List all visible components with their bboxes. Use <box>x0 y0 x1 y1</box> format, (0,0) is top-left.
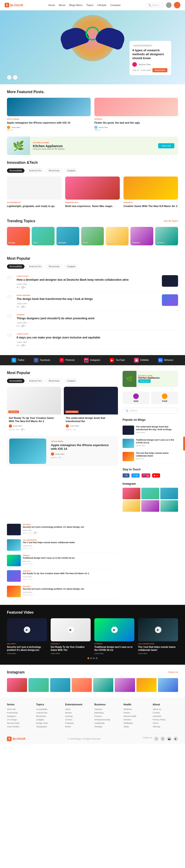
nav-about[interactable]: About <box>59 4 65 6</box>
footer-link-h3[interactable]: Nutrition <box>123 718 149 721</box>
social-behance[interactable]: Be Behance <box>158 358 173 363</box>
insta-item-6[interactable] <box>136 678 157 692</box>
profile-avatar[interactable] <box>174 2 180 8</box>
insta-item-3[interactable] <box>72 678 92 692</box>
filter-tab-0[interactable]: Accessibility <box>7 168 25 173</box>
sidebar-list-item-2[interactable]: OPINION Traditional design won't save us… <box>7 553 118 568</box>
footer-social-ig[interactable]: 📷 <box>167 737 172 741</box>
sidebar-insta-0[interactable] <box>123 488 141 499</box>
hero-next-button[interactable]: › <box>13 75 18 80</box>
footer-link-t4[interactable]: Design Tools <box>36 722 62 724</box>
play-button-1[interactable]: ▶ <box>67 626 74 633</box>
comment-icon[interactable]: 💬 0 <box>22 344 26 346</box>
featured-card-1[interactable]: OPINION Flutter the good, the bad and th… <box>94 98 178 131</box>
footer-link-e4[interactable]: Podcasts <box>65 722 91 724</box>
footer-link-a5[interactable]: Sitemap <box>153 725 178 728</box>
footer-link-s2[interactable]: Designers <box>7 715 32 717</box>
trending-item-3[interactable]: Food <box>81 227 104 245</box>
site-logo[interactable]: B BLOGAR <box>5 3 23 7</box>
footer-link-a4[interactable]: Terms <box>153 722 178 724</box>
like-icon[interactable]: ♥ 0 <box>17 344 20 346</box>
footer-link-s5[interactable]: Case Studies <box>7 725 32 728</box>
footer-link-a1[interactable]: Contact <box>153 712 178 714</box>
footer-link-s0[interactable]: Work Life <box>7 708 32 710</box>
sidebar-insta-5[interactable] <box>160 500 178 512</box>
video-card-0[interactable]: ▶ SECURITY Security isn't just a technol… <box>7 618 47 654</box>
footer-link-t3[interactable]: Gadgets <box>36 718 62 721</box>
user-avatar[interactable] <box>166 2 172 8</box>
sidebar-search[interactable]: 🔍 Search... <box>123 408 178 413</box>
footer-link-b0[interactable]: Startups <box>94 708 120 710</box>
footer-link-a3[interactable]: Privacy Policy <box>153 718 178 721</box>
mp2-tab-0[interactable]: Accessibility <box>7 379 25 383</box>
featured-card-0[interactable]: APPLE NEWS Apple reimagines the iPhone e… <box>7 98 91 131</box>
like-icon[interactable]: ♥ 0 <box>17 325 20 327</box>
social-youtube[interactable]: ▶ YouTube <box>110 358 125 363</box>
sidebar-list-item-4[interactable]: SECURITY Security isn't just a technolog… <box>7 584 118 599</box>
sidebar-list-item-1[interactable]: COLLABORATION The 1 tool that helps remo… <box>7 537 118 553</box>
video-dot-3[interactable] <box>96 657 98 659</box>
sidebar-list-item-0[interactable]: SECURITY Security isn't just a technolog… <box>7 522 118 537</box>
insta-item-5[interactable] <box>115 678 135 692</box>
innov-card-0[interactable]: ACCESSIBILITY Lightweight, grippable, an… <box>7 177 62 208</box>
nav-home[interactable]: Home <box>48 4 55 6</box>
footer-link-a2[interactable]: Advertise <box>153 715 178 717</box>
play-button-2[interactable]: ▶ <box>111 626 118 633</box>
blog-item-2[interactable]: The tool that helps remote teams collabo… <box>123 450 178 463</box>
mp-tab-1[interactable]: Android Dev <box>26 264 44 269</box>
footer-link-s1[interactable]: Productivity <box>7 712 32 714</box>
hero-prev-button[interactable]: ‹ <box>7 75 11 80</box>
social-instagram[interactable]: 📷 Instagram <box>84 358 100 363</box>
innov-card-2[interactable]: GADGETS Creative Game With The New DJI M… <box>123 177 178 208</box>
footer-link-e2[interactable]: Gaming <box>65 715 91 717</box>
insta-item-7[interactable] <box>158 678 178 692</box>
mp2-large-card[interactable]: APPLE NEWS Apple reimagines the iPhone e… <box>7 436 118 466</box>
search-box[interactable]: 🔍 Search... <box>146 3 164 7</box>
mp2-tab-3[interactable]: Gadgets <box>64 379 78 383</box>
trending-see-all[interactable]: See All Topics <box>164 220 178 222</box>
video-card-2[interactable]: ▶ OPINION Traditional design won't save … <box>94 618 134 654</box>
mp2-card-0[interactable]: GADGETS Get Ready To Up Your Creative Ga… <box>7 387 61 433</box>
sidebar-insta-2[interactable] <box>160 488 178 499</box>
play-button-0[interactable]: ▶ <box>24 626 30 633</box>
trending-item-0[interactable]: Design <box>7 227 30 245</box>
video-card-1[interactable]: ▶ GADGETS Get Ready To Up Your Creative … <box>51 618 91 654</box>
footer-social-fb[interactable]: f <box>154 737 159 741</box>
comment-icon[interactable]: 💬 0 <box>22 286 26 288</box>
footer-social-yt[interactable]: ▶ <box>174 737 178 741</box>
mp-tab-3[interactable]: Gadgets <box>64 264 78 269</box>
footer-link-e5[interactable]: Books <box>65 725 91 728</box>
trending-item-6[interactable]: Science <box>155 227 178 245</box>
footer-link-h1[interactable]: Fitness <box>123 712 149 714</box>
insta-item-4[interactable] <box>93 678 113 692</box>
filter-tab-1[interactable]: Android Dev <box>26 168 44 173</box>
nav-mega[interactable]: Mega Menu <box>69 4 83 6</box>
footer-link-s4[interactable]: Remote Work <box>7 722 32 724</box>
mp-title-3[interactable]: 6 ways you can make your design more inc… <box>17 336 178 340</box>
social-dribbble[interactable]: ◉ Dribbble <box>134 358 149 363</box>
sidebar-insta-3[interactable] <box>123 500 141 512</box>
footer-link-e3[interactable]: Comics <box>65 718 91 721</box>
insta-item-0[interactable] <box>7 678 27 692</box>
mp-tab-0[interactable]: Accessibility <box>7 264 25 269</box>
filter-tab-2[interactable]: Blockchain <box>46 168 62 173</box>
mp2-card-1[interactable]: APPLE NEWS The underrated design book th… <box>64 387 118 433</box>
footer-link-a0[interactable]: About Us <box>153 708 178 710</box>
video-dot-2[interactable] <box>93 657 95 659</box>
footer-link-e1[interactable]: Movies <box>65 712 91 714</box>
like-icon[interactable]: ♥ 0 <box>17 306 20 308</box>
footer-link-s3[interactable]: UX Design <box>7 718 32 721</box>
footer-link-b1[interactable]: Marketing <box>94 712 120 714</box>
sidebar-banner-button[interactable]: Shop Now <box>138 379 151 383</box>
nav-topics[interactable]: Topics <box>86 4 93 6</box>
sidebar-insta-1[interactable] <box>141 488 159 499</box>
footer-link-h0[interactable]: Wellness <box>123 708 149 710</box>
footer-link-b3[interactable]: Entrepreneurship <box>94 718 120 721</box>
sidebar-list-item-3[interactable]: GADGETS Get Ready To Up Your Creative Ga… <box>7 568 118 584</box>
footer-link-t1[interactable]: Android Dev <box>36 712 62 714</box>
video-dot-0[interactable] <box>87 657 89 659</box>
twitter-follow-btn[interactable]: 𝕏 tw <box>131 473 140 477</box>
trending-item-5[interactable]: Fashion <box>130 227 153 245</box>
mp2-tab-1[interactable]: Android Dev <box>26 379 44 383</box>
instagram-follow-btn[interactable]: 📷 ig <box>142 473 150 477</box>
